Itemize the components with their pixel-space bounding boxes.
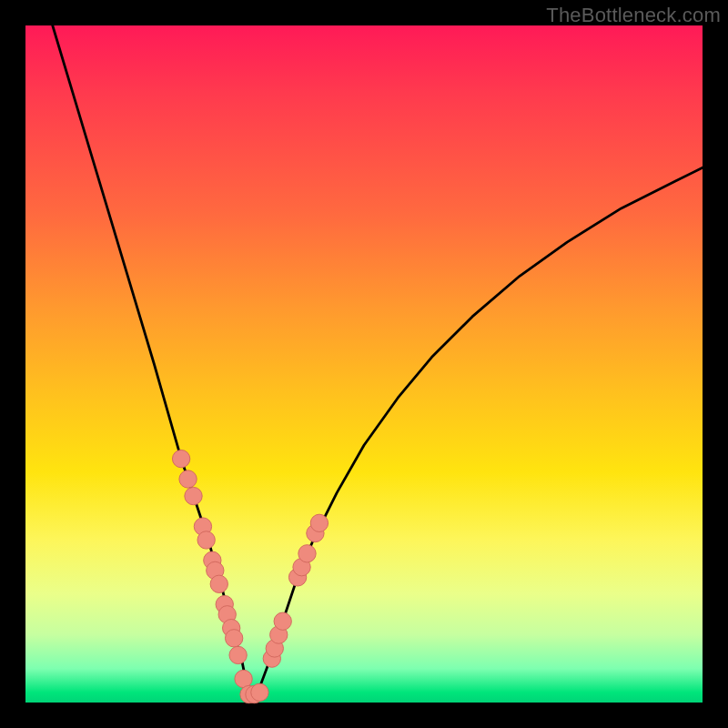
chart-frame: TheBottleneck.com bbox=[0, 0, 728, 728]
watermark-text: TheBottleneck.com bbox=[546, 4, 721, 27]
data-marker bbox=[185, 487, 202, 504]
data-marker bbox=[179, 470, 197, 488]
data-marker bbox=[229, 646, 247, 663]
data-marker bbox=[310, 514, 328, 531]
data-marker bbox=[274, 612, 291, 630]
data-marker bbox=[197, 531, 215, 549]
data-marker bbox=[225, 630, 242, 647]
curve-layer bbox=[53, 25, 703, 696]
data-marker bbox=[172, 450, 189, 467]
chart-svg bbox=[25, 25, 703, 703]
data-marker bbox=[210, 575, 228, 592]
data-marker bbox=[298, 545, 316, 562]
bottleneck-curve bbox=[53, 25, 703, 696]
data-marker bbox=[235, 670, 252, 687]
data-marker bbox=[251, 683, 268, 701]
marker-layer bbox=[172, 450, 328, 703]
plot-area bbox=[25, 25, 703, 703]
